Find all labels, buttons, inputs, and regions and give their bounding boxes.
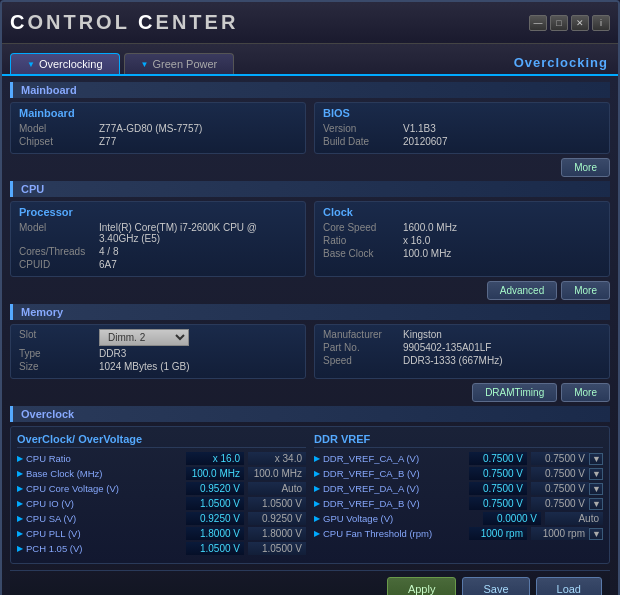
cpu-io-val2[interactable] — [248, 497, 306, 510]
cpu-pll-val1[interactable] — [186, 527, 244, 540]
partno-value: 9905402-135A01LF — [403, 342, 491, 353]
gpu-voltage-val1[interactable] — [483, 512, 541, 525]
ratio-label: Ratio — [323, 235, 403, 246]
mainboard-more-button[interactable]: More — [561, 158, 610, 177]
cpu-ratio-arrow: ▶ — [17, 454, 23, 463]
ddr-ca-b-dropdown[interactable]: ▼ — [589, 468, 603, 480]
core-speed-row: Core Speed 1600.0 MHz — [323, 222, 601, 233]
memory-btn-row: DRAMTiming More — [10, 383, 610, 402]
cpu-sa-val1[interactable] — [186, 512, 244, 525]
mainboard-model-row: Model Z77A-GD80 (MS-7757) — [19, 123, 297, 134]
ddr-ca-b-label: DDR_VREF_CA_B (V) — [323, 468, 469, 479]
maximize-button[interactable]: □ — [550, 15, 568, 31]
base-clock-row: Base Clock 100.0 MHz — [323, 248, 601, 259]
cpu-io-label: CPU IO (V) — [26, 498, 186, 509]
minimize-button[interactable]: — — [529, 15, 547, 31]
load-button[interactable]: Load — [536, 577, 602, 595]
pch-val1[interactable] — [186, 542, 244, 555]
pch-arrow: ▶ — [17, 544, 23, 553]
cpu-vcore-label: CPU Core Voltage (V) — [26, 483, 186, 494]
type-row: Type DDR3 — [19, 348, 297, 359]
cpu-pll-row: ▶ CPU PLL (V) — [17, 527, 306, 540]
cpu-fan-dropdown[interactable]: ▼ — [589, 528, 603, 540]
cpu-ratio-val2[interactable] — [248, 452, 306, 465]
partno-row: Part No. 9905402-135A01LF — [323, 342, 601, 353]
cpu-fan-arrow: ▶ — [314, 529, 320, 538]
cpuid-label: CPUID — [19, 259, 99, 270]
memory-info-grid: Slot Dimm. 2 Dimm. 1 Dimm. 3 Dimm. 4 Typ… — [10, 324, 610, 379]
cpu-ratio-label: CPU Ratio — [26, 453, 186, 464]
ddr-ca-b-arrow: ▶ — [314, 469, 320, 478]
cpuid-value: 6A7 — [99, 259, 117, 270]
bios-version-label: Version — [323, 123, 403, 134]
cpu-sa-val2[interactable] — [248, 512, 306, 525]
pch-val2[interactable] — [248, 542, 306, 555]
gpu-voltage-val2[interactable] — [545, 512, 603, 525]
ddr-ca-a-val2[interactable] — [531, 452, 589, 465]
info-button[interactable]: i — [592, 15, 610, 31]
bios-builddate-label: Build Date — [323, 136, 403, 147]
dram-timing-button[interactable]: DRAMTiming — [472, 383, 557, 402]
ratio-value: x 16.0 — [403, 235, 430, 246]
base-clock-arrow: ▶ — [17, 469, 23, 478]
cpu-fan-val2[interactable] — [531, 527, 589, 540]
memory-section-header: Memory — [10, 304, 610, 320]
oc-left-header: OverClock/ OverVoltage — [17, 433, 306, 448]
save-button[interactable]: Save — [462, 577, 529, 595]
tab-overclocking[interactable]: ▼ Overclocking — [10, 53, 120, 74]
cpu-model-row: Model Intel(R) Core(TM) i7-2600K CPU @ 3… — [19, 222, 297, 244]
cpu-pll-label: CPU PLL (V) — [26, 528, 186, 539]
clock-panel: Clock Core Speed 1600.0 MHz Ratio x 16.0… — [314, 201, 610, 277]
cpu-vcore-val2[interactable] — [248, 482, 306, 495]
base-clock-val2[interactable] — [248, 467, 306, 480]
processor-panel: Processor Model Intel(R) Core(TM) i7-260… — [10, 201, 306, 277]
tab-arrow-icon: ▼ — [27, 60, 35, 69]
cpu-io-val1[interactable] — [186, 497, 244, 510]
cpu-fan-row: ▶ CPU Fan Threshold (rpm) ▼ — [314, 527, 603, 540]
cpu-vcore-val1[interactable] — [186, 482, 244, 495]
ddr-ca-b-val1[interactable] — [469, 467, 527, 480]
oc-grid: OverClock/ OverVoltage ▶ CPU Ratio ▶ Bas… — [17, 433, 603, 557]
bios-version-value: V1.1B3 — [403, 123, 436, 134]
mainboard-model-label: Model — [19, 123, 99, 134]
cpu-fan-label: CPU Fan Threshold (rpm) — [323, 528, 469, 539]
memory-left-panel: Slot Dimm. 2 Dimm. 1 Dimm. 3 Dimm. 4 Typ… — [10, 324, 306, 379]
tab-section-label: Overclocking — [514, 55, 608, 70]
cpuid-row: CPUID 6A7 — [19, 259, 297, 270]
mainboard-section-header: Mainboard — [10, 82, 610, 98]
base-clock-val1[interactable] — [186, 467, 244, 480]
ddr-ca-a-dropdown[interactable]: ▼ — [589, 453, 603, 465]
ddr-da-b-val2[interactable] — [531, 497, 589, 510]
manufacturer-label: Manufacturer — [323, 329, 403, 340]
close-button[interactable]: ✕ — [571, 15, 589, 31]
ddr-da-a-val1[interactable] — [469, 482, 527, 495]
ddr-ca-b-val2[interactable] — [531, 467, 589, 480]
cpu-vcore-row: ▶ CPU Core Voltage (V) — [17, 482, 306, 495]
cpu-fan-val1[interactable] — [469, 527, 527, 540]
apply-button[interactable]: Apply — [387, 577, 457, 595]
cpu-more-button[interactable]: More — [561, 281, 610, 300]
slot-select[interactable]: Dimm. 2 Dimm. 1 Dimm. 3 Dimm. 4 — [99, 329, 189, 346]
memory-more-button[interactable]: More — [561, 383, 610, 402]
cpu-cores-row: Cores/Threads 4 / 8 — [19, 246, 297, 257]
window-controls: — □ ✕ i — [529, 15, 610, 31]
bios-builddate-row: Build Date 20120607 — [323, 136, 601, 147]
mainboard-btn-row: More — [10, 158, 610, 177]
speed-row: Speed DDR3-1333 (667MHz) — [323, 355, 601, 366]
speed-value: DDR3-1333 (667MHz) — [403, 355, 502, 366]
cpu-ratio-val1[interactable] — [186, 452, 244, 465]
ddr-da-b-dropdown[interactable]: ▼ — [589, 498, 603, 510]
pch-row: ▶ PCH 1.05 (V) — [17, 542, 306, 555]
ddr-da-a-label: DDR_VREF_DA_A (V) — [323, 483, 469, 494]
cpu-advanced-button[interactable]: Advanced — [487, 281, 557, 300]
ddr-da-a-dropdown[interactable]: ▼ — [589, 483, 603, 495]
cpu-pll-val2[interactable] — [248, 527, 306, 540]
ddr-da-a-val2[interactable] — [531, 482, 589, 495]
ddr-da-b-label: DDR_VREF_DA_B (V) — [323, 498, 469, 509]
partno-label: Part No. — [323, 342, 403, 353]
ddr-ca-a-val1[interactable] — [469, 452, 527, 465]
tab-green-power[interactable]: ▼ Green Power — [124, 53, 235, 74]
ddr-da-b-val1[interactable] — [469, 497, 527, 510]
overclock-panel: OverClock/ OverVoltage ▶ CPU Ratio ▶ Bas… — [10, 426, 610, 564]
ddr-ca-a-arrow: ▶ — [314, 454, 320, 463]
